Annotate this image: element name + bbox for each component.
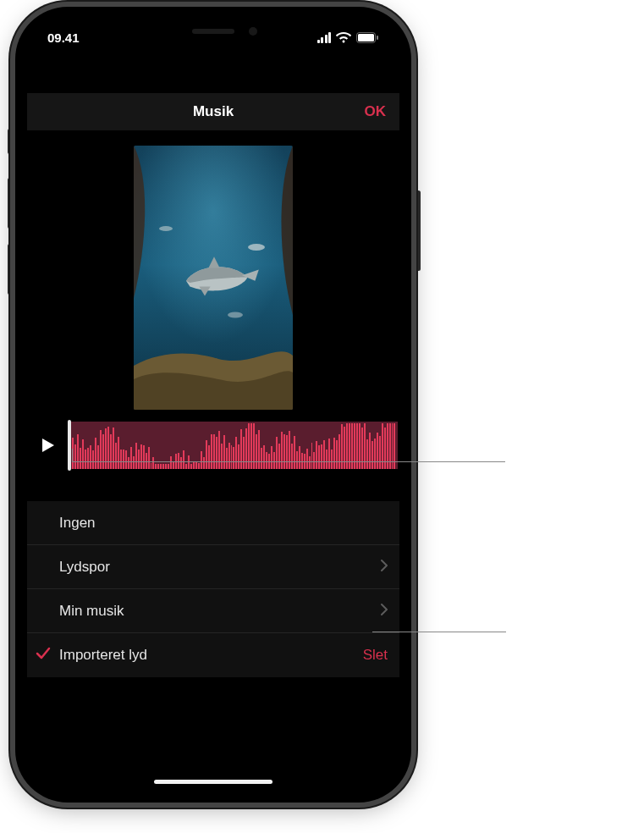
music-source-list: Ingen Lydspor Min musik bbox=[27, 501, 399, 677]
list-item-my-music[interactable]: Min musik bbox=[27, 589, 399, 633]
svg-point-6 bbox=[159, 226, 173, 231]
checkmark-icon bbox=[36, 647, 51, 665]
callout-line bbox=[72, 449, 73, 461]
svg-point-5 bbox=[248, 244, 265, 251]
svg-rect-2 bbox=[377, 36, 378, 40]
list-item-soundtracks[interactable]: Lydspor bbox=[27, 545, 399, 589]
chevron-right-icon bbox=[381, 559, 388, 576]
battery-icon bbox=[356, 32, 379, 43]
phone-frame: 09.41 Musik OK bbox=[15, 7, 411, 803]
wifi-icon bbox=[336, 32, 351, 43]
list-item-label: Ingen bbox=[59, 515, 388, 532]
list-item-imported-audio[interactable]: Importeret lyd Slet bbox=[27, 633, 399, 677]
status-time: 09.41 bbox=[47, 30, 80, 45]
svg-point-7 bbox=[228, 312, 243, 318]
delete-button[interactable]: Slet bbox=[363, 647, 388, 664]
ok-button[interactable]: OK bbox=[365, 103, 387, 120]
callout-line bbox=[72, 461, 505, 462]
scrubber-handle[interactable] bbox=[68, 420, 71, 471]
video-preview-thumbnail[interactable] bbox=[134, 146, 293, 410]
notch bbox=[129, 19, 298, 44]
page-title: Musik bbox=[193, 103, 234, 120]
list-item-none[interactable]: Ingen bbox=[27, 501, 399, 545]
screen: 09.41 Musik OK bbox=[27, 19, 399, 791]
callout-line bbox=[372, 632, 506, 632]
chevron-right-icon bbox=[381, 603, 388, 620]
play-button[interactable] bbox=[27, 422, 68, 469]
list-item-label: Min musik bbox=[59, 603, 381, 620]
list-item-label: Lydspor bbox=[59, 559, 381, 576]
video-preview-area bbox=[27, 130, 399, 422]
cellular-signal-icon bbox=[317, 32, 332, 43]
nav-bar: Musik OK bbox=[27, 93, 399, 130]
list-item-label: Importeret lyd bbox=[59, 647, 363, 664]
home-indicator[interactable] bbox=[154, 780, 272, 784]
app-root: 09.41 Musik OK bbox=[27, 19, 399, 791]
svg-rect-1 bbox=[358, 34, 374, 41]
